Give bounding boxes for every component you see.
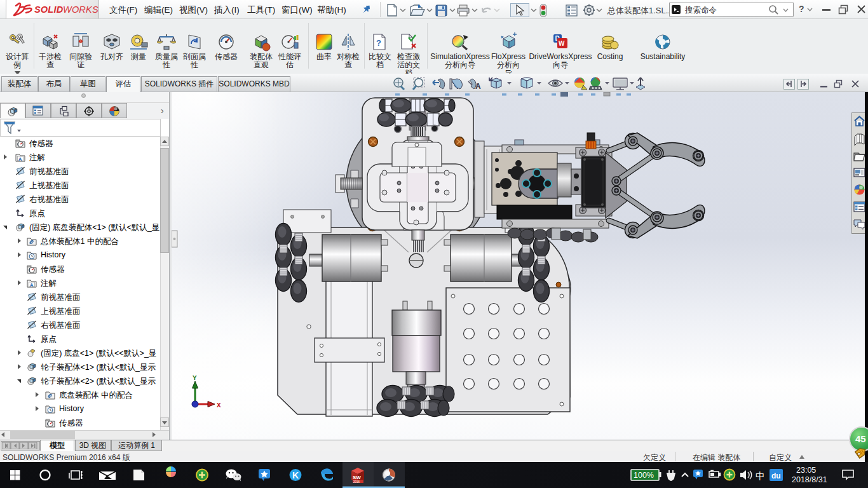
- svg-text:A: A: [30, 282, 34, 288]
- svg-text:A: A: [18, 156, 22, 162]
- svg-text:2018/8/31: 2018/8/31: [792, 475, 827, 484]
- svg-text:100%: 100%: [634, 471, 654, 480]
- svg-text:W: W: [559, 40, 565, 47]
- svg-text:A: A: [475, 82, 481, 91]
- svg-text:Y: Y: [193, 374, 197, 382]
- svg-text:WORKS: WORKS: [63, 4, 98, 15]
- svg-text:K: K: [292, 470, 299, 480]
- svg-text:du: du: [771, 471, 781, 480]
- svg-text:2016: 2016: [353, 480, 360, 484]
- svg-text:X: X: [217, 402, 221, 409]
- svg-text:中: 中: [756, 470, 765, 481]
- svg-text:23:05: 23:05: [796, 466, 816, 475]
- svg-text:?: ?: [376, 38, 381, 48]
- svg-text:SOLID: SOLID: [34, 4, 64, 15]
